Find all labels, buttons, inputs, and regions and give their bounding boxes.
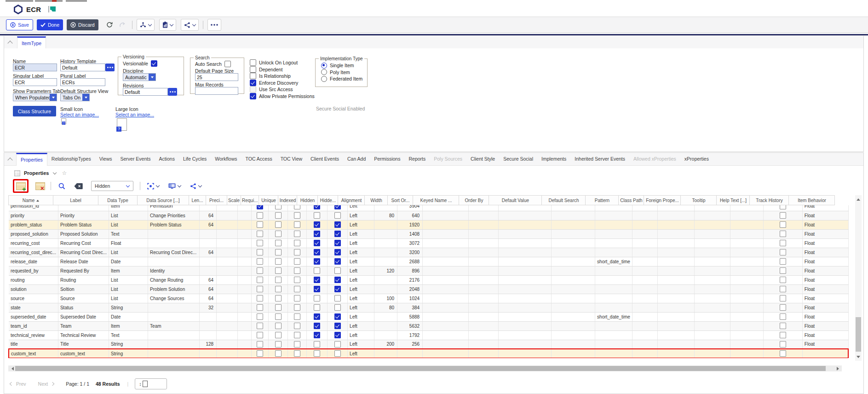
column-header-help-text[interactable]: Help Text [...] [717,196,750,205]
tab-reports[interactable]: Reports [404,153,430,165]
cell-checkbox[interactable] [257,341,263,348]
cell-checkbox[interactable] [314,304,320,311]
flag-dependent[interactable]: Dependent [250,66,315,73]
table-row-solution[interactable]: solutionSoltionListProblem Solution64Lef… [9,284,848,294]
clear-search-button[interactable] [72,180,85,191]
cell-checkbox[interactable] [294,267,300,274]
table-row-recurring-cost[interactable]: recurring_costRecurring CostFloatLeft307… [9,238,848,248]
small-icon-select-link[interactable]: Select an image... [60,112,99,117]
cell-checkbox[interactable] [334,258,341,265]
tab-allowed-xproperties[interactable]: Allowed xProperties [629,153,680,165]
flag-is-relationship[interactable]: Is Relationship [250,73,315,80]
cell-checkbox[interactable] [257,277,263,283]
next-page-button[interactable]: Next [38,381,54,387]
small-icon-placeholder[interactable] [61,118,66,124]
scrollbar-thumb[interactable] [15,366,826,371]
table-row-priority[interactable]: priorityPriorityListChange Priorities64L… [9,211,848,220]
cell-checkbox[interactable] [334,323,341,329]
cell-checkbox[interactable] [257,258,263,265]
cell-checkbox[interactable] [294,304,300,311]
large-icon-select-link[interactable]: Select an image... [115,112,154,117]
tab-relationshiptypes[interactable]: RelationshipTypes [47,153,95,165]
column-header-data-source[interactable]: Data Source [...] [138,196,189,205]
cell-checkbox[interactable] [294,295,300,301]
cell-checkbox[interactable] [780,350,786,357]
scroll-left-arrow[interactable] [9,365,16,371]
cell-checkbox[interactable] [780,332,786,338]
tab-permissions[interactable]: Permissions [370,153,404,165]
plural-label-field[interactable] [60,78,105,86]
flag-unlock-on-logout[interactable]: Unlock On Logout [250,59,315,66]
cell-checkbox[interactable] [257,313,263,320]
radio-button[interactable] [321,69,327,75]
column-header-preci[interactable]: Preci... [206,196,227,205]
radio-single-item[interactable]: Single Item [321,62,362,69]
tab-itemtype[interactable]: ItemType [17,36,46,49]
flag-allow-private-permissions[interactable]: Allow Private Permissions [250,93,315,100]
cell-checkbox[interactable] [294,258,300,265]
cell-checkbox[interactable] [780,258,786,265]
cell-checkbox[interactable] [257,332,263,338]
cell-checkbox[interactable] [257,221,263,228]
refresh-button[interactable] [104,19,115,30]
cell-checkbox[interactable] [257,205,263,209]
cell-checkbox[interactable] [275,231,282,237]
cell-checkbox[interactable] [275,258,282,265]
history-template-browse-button[interactable] [105,64,115,71]
checkbox[interactable] [250,80,256,86]
column-header-track-history[interactable]: Track History [750,196,789,205]
cell-checkbox[interactable] [294,350,300,357]
table-row-routing[interactable]: routingRoutingListChange Routing64Left21… [9,275,848,284]
cell-checkbox[interactable] [780,231,786,237]
cell-checkbox[interactable] [780,249,786,255]
tab-actions[interactable]: Actions [155,153,178,165]
column-header-data-type[interactable]: Data Type [98,196,138,205]
cell-checkbox[interactable] [780,323,786,329]
scroll-right-arrow[interactable] [834,365,841,371]
redo-button[interactable] [117,19,128,30]
cell-checkbox[interactable] [294,240,300,246]
cell-checkbox[interactable] [314,258,320,265]
show-parameters-tab-select[interactable]: When Populated [13,93,57,101]
column-header-label[interactable]: Label [53,196,98,205]
tab-poly-sources[interactable]: Poly Sources [430,153,466,165]
cell-checkbox[interactable] [780,341,786,348]
cell-checkbox[interactable] [314,205,320,209]
cell-checkbox[interactable] [275,221,282,228]
cell-checkbox[interactable] [334,332,341,338]
cell-checkbox[interactable] [275,313,282,320]
name-field[interactable] [13,64,57,71]
cell-checkbox[interactable] [314,341,320,348]
table-row-superseded-date[interactable]: superseded_dateSuperseded DateDateLeft58… [9,312,848,321]
table-row-title[interactable]: titleTitleString128Left200256Float [9,340,848,349]
cell-checkbox[interactable] [294,249,300,255]
cell-checkbox[interactable] [294,205,300,209]
flag-enforce-discovery[interactable]: Enforce Discovery [250,80,315,87]
tab-workflows[interactable]: Workflows [211,153,241,165]
revisions-field[interactable] [123,88,168,96]
cell-checkbox[interactable] [334,286,341,292]
class-structure-button[interactable]: Class Structure [13,106,56,116]
cell-checkbox[interactable] [275,205,282,209]
cell-checkbox[interactable] [314,267,320,274]
cell-checkbox[interactable] [780,313,786,320]
cell-checkbox[interactable] [334,313,341,320]
cell-checkbox[interactable] [334,212,341,219]
cell-checkbox[interactable] [314,249,320,255]
column-header-scale[interactable]: Scale [227,196,241,205]
page-size-input[interactable]: ↕ [135,378,167,389]
cell-checkbox[interactable] [294,313,300,320]
cell-checkbox[interactable] [314,350,320,357]
tab-implements[interactable]: Implements [537,153,570,165]
column-header-len[interactable]: Len... [189,196,206,205]
column-header-default-value[interactable]: Default Value [489,196,542,205]
cell-checkbox[interactable] [257,350,263,357]
cell-checkbox[interactable] [275,332,282,338]
cell-checkbox[interactable] [780,240,786,246]
more-actions-button[interactable] [207,19,221,31]
cell-checkbox[interactable] [314,221,320,228]
cell-checkbox[interactable] [257,240,263,246]
cell-checkbox[interactable] [275,304,282,311]
table-row-permission-id[interactable]: permission_idItemPermissionLeft3904Float [9,205,848,211]
cell-checkbox[interactable] [275,249,282,255]
